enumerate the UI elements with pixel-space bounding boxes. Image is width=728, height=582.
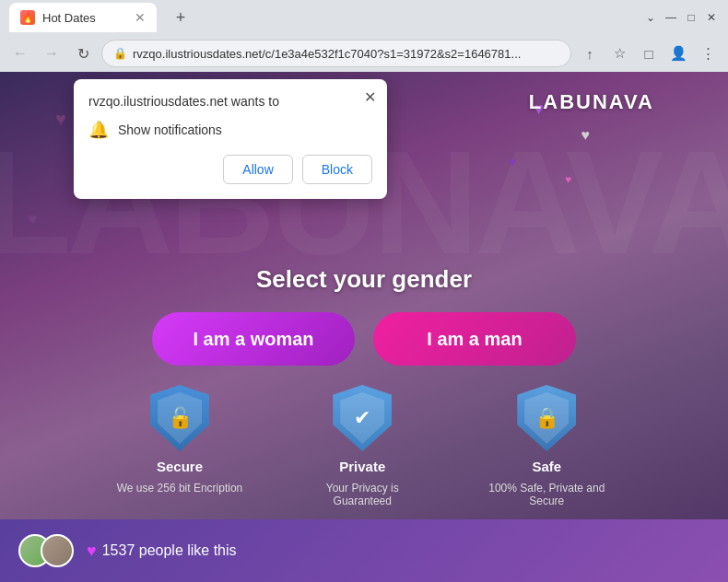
gender-buttons: I am a woman I am a man (152, 312, 576, 366)
tab-close-btn[interactable]: ✕ (135, 10, 146, 25)
site-label: LABUNAVA (529, 90, 654, 114)
heart-decoration-2: ♥ (581, 127, 591, 144)
avatar-2 (41, 534, 74, 567)
heart-decoration-3: ♥ (509, 155, 516, 169)
safe-desc: 100% Safe, Private and Secure (482, 482, 611, 507)
new-tab-button[interactable]: + (168, 5, 194, 30)
trust-item-private: ✔ Private Your Privacy is Guaranteed (298, 385, 427, 507)
popup-close-btn[interactable]: ✕ (364, 88, 376, 106)
heart-decoration-5: ♥ (55, 109, 66, 130)
private-title: Private (339, 459, 385, 474)
man-button[interactable]: I am a man (373, 312, 576, 366)
bottom-bar: ♥ 1537 people like this (0, 519, 728, 582)
likes-count: ♥ 1537 people like this (87, 541, 237, 561)
notification-popup: ✕ rvzqo.ilustriousdates.net wants to 🔔 S… (74, 79, 387, 199)
refresh-button[interactable]: ↻ (70, 41, 96, 66)
allow-button[interactable]: Allow (223, 155, 292, 184)
secure-title: Secure (157, 459, 203, 474)
block-button[interactable]: Block (302, 155, 372, 184)
address-text: rvzqo.ilustriousdates.net/c/1e3a4e532f1c… (133, 47, 559, 61)
profile-icon[interactable]: 👤 (665, 41, 691, 66)
minimize-button[interactable]: — (663, 10, 678, 25)
trust-item-secure: 🔓 Secure We use 256 bit Encription (117, 385, 243, 507)
likes-text: 1537 people like this (102, 542, 237, 559)
tab-title: Hot Dates (42, 11, 96, 25)
chevron-down-icon[interactable]: ⌄ (643, 10, 658, 25)
address-input[interactable]: 🔒 rvzqo.ilustriousdates.net/c/1e3a4e532f… (101, 40, 571, 67)
toolbar-icons: ↑ ☆ □ 👤 ⋮ (577, 41, 721, 66)
browser-tab[interactable]: 🔥 Hot Dates ✕ (9, 3, 157, 32)
popup-title: rvzqo.ilustriousdates.net wants to (88, 94, 372, 109)
share-icon[interactable]: ↑ (577, 41, 603, 66)
menu-icon[interactable]: ⋮ (695, 41, 721, 66)
bell-icon: 🔔 (88, 120, 109, 140)
lock-icon: 🔒 (113, 47, 127, 60)
bookmark-icon[interactable]: ☆ (606, 41, 632, 66)
safe-shield: 🔒 (517, 385, 576, 451)
heart-decoration-4: ♥ (565, 173, 571, 186)
private-shield: ✔ (333, 385, 392, 451)
forward-button[interactable]: → (39, 41, 65, 66)
private-desc: Your Privacy is Guaranteed (298, 482, 427, 507)
popup-permission-row: 🔔 Show notifications (88, 120, 372, 140)
back-button[interactable]: ← (7, 41, 33, 66)
gender-title: Select your gender (256, 265, 472, 294)
check-shield-icon: ✔ (354, 406, 370, 430)
trust-item-safe: 🔒 Safe 100% Safe, Private and Secure (482, 385, 611, 507)
safe-title: Safe (532, 459, 561, 474)
gender-section: Select your gender I am a woman I am a m… (0, 265, 728, 366)
woman-button[interactable]: I am a woman (152, 312, 355, 366)
permission-text: Show notifications (118, 122, 222, 137)
web-content: LABUNAVA ♥ ♥ ♥ ♥ ♥ ♥ LABUNAVA ✕ rvzqo.il… (0, 72, 728, 582)
safe-lock-icon: 🔒 (534, 406, 559, 430)
title-bar: 🔥 Hot Dates ✕ + ⌄ — □ ✕ (0, 0, 728, 35)
trust-section: 🔓 Secure We use 256 bit Encription ✔ Pri… (0, 385, 728, 507)
heart-icon: ♥ (87, 541, 97, 561)
secure-desc: We use 256 bit Encription (117, 482, 243, 495)
address-bar: ← → ↻ 🔒 rvzqo.ilustriousdates.net/c/1e3a… (0, 35, 728, 72)
close-button[interactable]: ✕ (704, 10, 719, 25)
maximize-button[interactable]: □ (684, 10, 699, 25)
window-controls: ⌄ — □ ✕ (643, 10, 719, 25)
secure-shield: 🔓 (150, 385, 209, 451)
extensions-icon[interactable]: □ (636, 41, 662, 66)
heart-decoration-6: ♥ (28, 210, 38, 229)
avatar-group (18, 534, 74, 567)
popup-buttons: Allow Block (88, 155, 372, 184)
lock-shield-icon: 🔓 (168, 406, 193, 430)
browser-frame: 🔥 Hot Dates ✕ + ⌄ — □ ✕ ← → ↻ 🔒 rvzqo.il… (0, 0, 728, 582)
tab-favicon: 🔥 (20, 10, 35, 25)
